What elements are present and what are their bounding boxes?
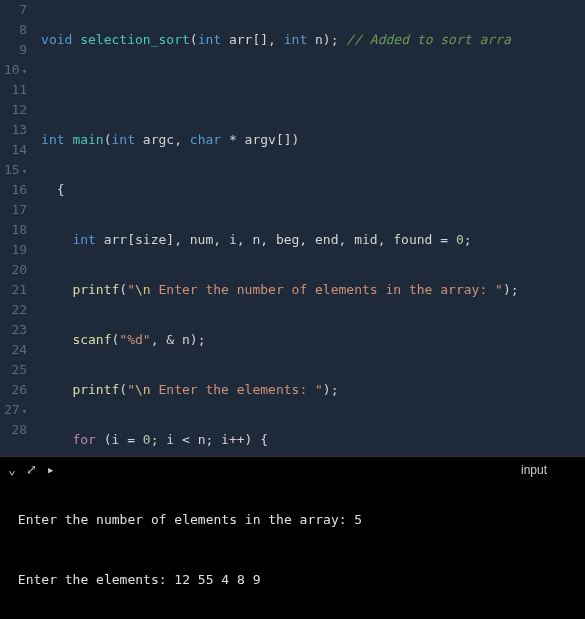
line-number: 17 (4, 200, 27, 220)
line-number: 7 (4, 0, 27, 20)
code-line: scanf("%d", & n); (41, 330, 579, 350)
expand-icon[interactable]: ⤢ (26, 462, 37, 477)
code-line: int main(int argc, char * argv[]) (41, 130, 579, 150)
line-number: 20 (4, 260, 27, 280)
line-number: 14 (4, 140, 27, 160)
code-editor[interactable]: 7 8 9 10 11 12 13 14 15 16 17 18 19 20 2… (0, 0, 585, 456)
line-number[interactable]: 15 (4, 160, 27, 180)
code-area[interactable]: void selection_sort(int arr[], int n); /… (35, 0, 585, 456)
code-line: for (i = 0; i < n; i++) { (41, 430, 579, 450)
line-number: 26 (4, 380, 27, 400)
line-number: 11 (4, 80, 27, 100)
line-number: 12 (4, 100, 27, 120)
terminal-line: Enter the number of elements in the arra… (10, 510, 575, 530)
terminal-line: Enter the elements: 12 55 4 8 9 (10, 570, 575, 590)
code-line: void selection_sort(int arr[], int n); /… (41, 30, 579, 50)
line-number: 19 (4, 240, 27, 260)
chevron-down-icon[interactable]: ⌄ (8, 462, 16, 477)
line-number[interactable]: 10 (4, 60, 27, 80)
run-icon[interactable]: ▸ (47, 462, 55, 477)
line-number: 18 (4, 220, 27, 240)
line-number-gutter: 7 8 9 10 11 12 13 14 15 16 17 18 19 20 2… (0, 0, 35, 456)
code-line: printf("\n Enter the number of elements … (41, 280, 579, 300)
panel-tab-label[interactable]: input (521, 463, 547, 477)
line-number: 25 (4, 360, 27, 380)
line-number: 22 (4, 300, 27, 320)
line-number: 28 (4, 420, 27, 440)
line-number: 24 (4, 340, 27, 360)
line-number: 16 (4, 180, 27, 200)
panel-separator: ⌄ ⤢ ▸ input (0, 456, 585, 482)
line-number: 9 (4, 40, 27, 60)
line-number: 8 (4, 20, 27, 40)
code-line: int arr[size], num, i, n, beg, end, mid,… (41, 230, 579, 250)
terminal-output[interactable]: Enter the number of elements in the arra… (0, 482, 585, 619)
code-line: printf("\n Enter the elements: "); (41, 380, 579, 400)
code-line: { (41, 180, 579, 200)
line-number[interactable]: 27 (4, 400, 27, 420)
line-number: 23 (4, 320, 27, 340)
code-line (41, 80, 579, 100)
line-number: 21 (4, 280, 27, 300)
terminal-toolbar: ⌄ ⤢ ▸ (8, 462, 55, 477)
line-number: 13 (4, 120, 27, 140)
